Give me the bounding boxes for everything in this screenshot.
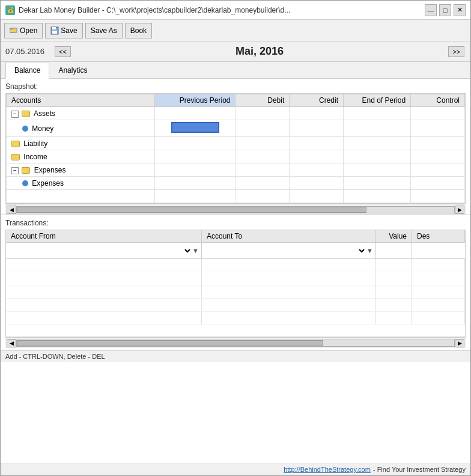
tab-balance[interactable]: Balance [5, 62, 49, 79]
account-name-cell: Liability [7, 137, 155, 150]
snapshot-label: Snapshot: [5, 82, 466, 91]
current-date: 07.05.2016 [5, 47, 53, 56]
money-input-cell[interactable] [171, 122, 219, 133]
title-controls: — □ ✕ [425, 4, 466, 16]
date-nav: 07.05.2016 << Mai, 2016 >> [1, 41, 470, 62]
circle-icon [22, 126, 28, 132]
open-button[interactable]: Open [4, 23, 43, 38]
table-row [6, 285, 465, 299]
table-row: Income [7, 150, 465, 163]
window-title: Dekar Lab Money Builder - C:\_work\proje… [19, 6, 290, 14]
snapshot-scrollbar[interactable] [16, 206, 455, 213]
col-header-credit: Credit [290, 94, 344, 107]
transactions-section: Transactions: Account From Account To Va… [1, 215, 470, 350]
transactions-label: Transactions: [5, 219, 466, 227]
col-header-end-of-period: End of Period [343, 94, 410, 107]
table-row: − Expenses [7, 163, 465, 177]
table-row: Expenses [7, 177, 465, 190]
accounts-table: Accounts Previous Period Debit Credit En… [6, 94, 465, 203]
save-as-button[interactable]: Save As [85, 23, 123, 38]
folder-icon [11, 154, 20, 160]
status-bar: Add - CTRL-DOWN, Delete - DEL [1, 350, 470, 362]
expand-icon[interactable]: − [11, 111, 19, 118]
maximize-button[interactable]: □ [439, 4, 451, 16]
svg-rect-3 [52, 31, 57, 34]
account-name-cell: Money [7, 120, 155, 137]
account-to-select[interactable] [202, 246, 366, 255]
table-row: Money [7, 120, 465, 137]
snapshot-scrollbar-area: ◀ ▶ [5, 204, 466, 215]
scroll-right-button[interactable]: ▶ [455, 206, 464, 214]
transactions-dropdowns: ▼ ▼ [5, 243, 466, 259]
open-icon [10, 26, 18, 35]
table-row [6, 259, 465, 272]
col-header-previous-period[interactable]: Previous Period [154, 94, 235, 107]
account-from-select[interactable] [6, 246, 192, 255]
col-header-des: Des [412, 230, 465, 242]
folder-icon [22, 167, 30, 174]
status-text: Add - CTRL-DOWN, Delete - DEL [5, 353, 105, 360]
table-row: − Assets [7, 107, 465, 120]
next-month-button[interactable]: >> [448, 46, 464, 57]
transactions-scrollbar-area: ◀ ▶ [5, 337, 466, 348]
expand-icon[interactable]: − [11, 167, 19, 174]
prev-month-button[interactable]: << [55, 46, 71, 57]
col-header-debit: Debit [235, 94, 290, 107]
save-icon [50, 26, 59, 35]
circle-icon [22, 180, 28, 186]
des-cell [412, 243, 465, 258]
footer-link[interactable]: http://BehindTheStrategy.com [284, 466, 371, 473]
col-header-control: Control [411, 94, 465, 107]
main-window: 💰 Dekar Lab Money Builder - C:\_work\pro… [0, 0, 471, 476]
dropdown-arrow-to: ▼ [366, 247, 375, 254]
minimize-button[interactable]: — [425, 4, 437, 16]
month-title: Mai, 2016 [72, 45, 447, 58]
tab-bar: Balance Analytics [1, 62, 470, 79]
footer-text: - Find Your Investment Strategy [373, 466, 466, 473]
scrollbar-thumb [17, 207, 366, 213]
transactions-grid [5, 259, 466, 337]
close-button[interactable]: ✕ [454, 4, 466, 16]
svg-rect-2 [52, 27, 56, 29]
account-name-cell: − Assets [7, 107, 155, 120]
col-header-account-to: Account To [202, 230, 376, 242]
save-button[interactable]: Save [45, 23, 82, 38]
col-header-account-from: Account From [6, 230, 202, 242]
app-icon: 💰 [5, 5, 15, 15]
title-bar: 💰 Dekar Lab Money Builder - C:\_work\pro… [1, 1, 470, 20]
dropdown-arrow-from: ▼ [192, 247, 201, 254]
col-header-accounts: Accounts [7, 94, 155, 107]
scroll-left-button[interactable]: ◀ [7, 206, 16, 214]
value-cell [376, 243, 412, 258]
trans-scroll-left-button[interactable]: ◀ [7, 339, 16, 347]
title-bar-left: 💰 Dekar Lab Money Builder - C:\_work\pro… [5, 5, 290, 15]
tab-analytics[interactable]: Analytics [49, 62, 96, 79]
book-button[interactable]: Book [125, 23, 152, 38]
table-row [6, 272, 465, 285]
footer-bar: http://BehindTheStrategy.com - Find Your… [1, 463, 470, 475]
folder-icon [11, 141, 20, 147]
main-content: Snapshot: Accounts Previous Period Debit… [1, 79, 470, 463]
trans-scroll-right-button[interactable]: ▶ [455, 339, 464, 347]
toolbar: Open Save Save As Book [1, 20, 470, 41]
table-row [7, 190, 465, 203]
folder-icon [22, 111, 30, 117]
table-row: Liability [7, 137, 465, 150]
table-header-row: Accounts Previous Period Debit Credit En… [7, 94, 465, 107]
snapshot-section: Snapshot: Accounts Previous Period Debit… [1, 79, 470, 215]
account-to-dropdown[interactable]: ▼ [202, 243, 376, 258]
transactions-scrollbar[interactable] [16, 340, 455, 347]
account-name-cell: Expenses [7, 177, 155, 190]
account-name-cell: Income [7, 150, 155, 163]
account-from-dropdown[interactable]: ▼ [6, 243, 202, 258]
trans-scrollbar-thumb [17, 340, 323, 346]
table-row [6, 299, 465, 312]
transactions-header: Account From Account To Value Des [5, 230, 466, 243]
account-name-cell: − Expenses [7, 163, 155, 177]
accounts-table-container: Accounts Previous Period Debit Credit En… [5, 93, 466, 204]
table-row [6, 312, 465, 325]
col-header-value: Value [376, 230, 412, 242]
